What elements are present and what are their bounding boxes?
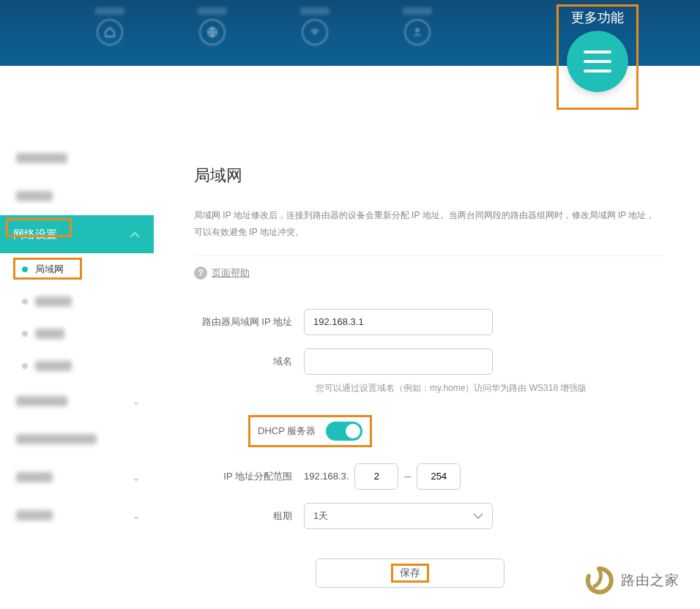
more-label: 更多功能 [571,9,624,26]
banner-nav-blurred [95,7,432,45]
sidebar-item[interactable]: ⌄ [0,496,154,534]
sidebar-item[interactable]: ⌄ [0,458,154,496]
save-button[interactable]: 保存 [316,558,504,588]
ip-label: 路由器局域网 IP 地址 [194,315,304,329]
chevron-down-icon: ⌄ [132,395,141,407]
help-link-label[interactable]: 页面帮助 [212,266,250,280]
dash-separator: – [404,470,411,483]
highlight-box: DHCP 服务器 [248,415,372,447]
watermark-text: 路由之家 [621,571,679,590]
sidebar-item[interactable] [0,420,154,458]
page-description: 局域网 IP 地址修改后，连接到路由器的设备会重新分配 IP 地址。当两台同网段… [194,207,663,241]
lease-label: 租期 [194,509,304,523]
logo-icon [584,566,614,595]
globe-icon [199,19,226,45]
dhcp-toggle[interactable] [326,422,362,441]
sidebar-item[interactable] [0,139,154,177]
sidebar-subitem[interactable] [0,285,154,318]
dhcp-label: DHCP 服务器 [258,425,316,438]
chevron-down-icon: ⌄ [132,509,141,521]
sidebar: 网络设置 局域网 ⌄ ⌄ ⌄ [0,139,154,609]
banner-item [300,7,329,45]
chevron-up-icon [129,228,141,241]
range-prefix: 192.168.3. [304,471,349,482]
sidebar-subitem[interactable] [0,350,154,382]
banner-item [198,7,227,45]
wifi-icon [302,19,328,45]
help-link[interactable]: ? 页面帮助 [194,255,663,280]
save-button-label: 保存 [400,567,420,580]
question-icon: ? [194,266,207,280]
sidebar-subitem[interactable] [0,318,154,350]
router-ip-input[interactable] [304,309,493,335]
domain-input[interactable] [304,348,493,375]
sidebar-item-network-settings[interactable]: 网络设置 [0,215,154,253]
sidebar-item[interactable]: ⌄ [0,382,154,420]
lease-select[interactable]: 1天 [304,503,493,529]
banner-item [95,7,124,45]
home-icon [97,19,123,45]
content-area: 局域网 局域网 IP 地址修改后，连接到路由器的设备会重新分配 IP 地址。当两… [154,139,700,609]
hamburger-icon[interactable] [567,31,628,92]
chevron-down-icon [473,510,483,521]
page-title: 局域网 [194,165,678,187]
sidebar-subitem-lan[interactable]: 局域网 [0,253,154,285]
bullet-icon [22,266,28,272]
domain-hint: 您可以通过设置域名（例如：my.home）访问华为路由 WS318 增强版 [316,382,678,395]
top-banner: 更多功能 [0,0,700,66]
sidebar-item-label: 网络设置 [13,228,57,242]
lease-value: 1天 [313,509,328,523]
range-start-input[interactable] [354,463,398,490]
chevron-down-icon: ⌄ [132,471,141,483]
sidebar-subitem-label: 局域网 [35,263,64,276]
watermark: 路由之家 [584,566,679,595]
domain-label: 域名 [194,355,304,368]
more-menu[interactable]: 更多功能 [567,9,628,92]
svg-point-1 [416,29,419,31]
range-label: IP 地址分配范围 [194,470,304,483]
range-end-input[interactable] [417,463,461,490]
device-icon [404,19,431,45]
banner-item [403,7,432,45]
sidebar-item[interactable] [0,177,154,215]
